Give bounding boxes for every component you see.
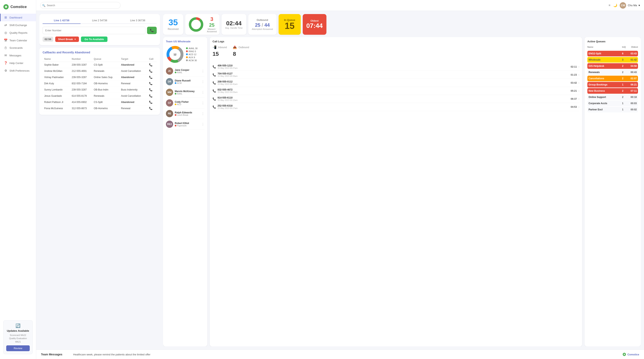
sidebar-item-shift-exchange[interactable]: ⇄ Shift Exchange (0, 21, 36, 29)
call-icon[interactable]: 📞 (149, 94, 152, 97)
main-content: 🔍 ☀ 🌙 CM Chu Ma ▾ Line 1 42738 Line 2 54… (36, 0, 644, 359)
cell-call[interactable]: 📞 (148, 87, 157, 93)
table-row: Fiona McGuiness 312-555-8673 OB-HomeIns … (42, 105, 157, 112)
cell-call[interactable]: 📞 (148, 99, 157, 105)
cell-number: 312-555-8673 (70, 105, 92, 112)
log-detail-button[interactable]: › (578, 89, 579, 92)
list-item[interactable]: GIS-Helpdesk 2 04:58 (587, 63, 638, 69)
tab-line3[interactable]: Line 3 36738 (119, 17, 157, 24)
agent-more-button[interactable]: ⋮ (201, 80, 204, 84)
list-item[interactable]: ENG2-Split 6 03:43 (587, 51, 638, 56)
sidebar: Comstice ⊞ Dashboard ⇄ Shift Exchange ◎ … (0, 0, 36, 359)
queue-name: Corporate Accts (588, 102, 619, 105)
list-item[interactable]: Wholesale 3 01:42 (587, 57, 638, 63)
cell-call[interactable]: 📞 (148, 74, 157, 80)
logo: Comstice (0, 2, 36, 14)
log-detail-button[interactable]: › (578, 73, 579, 76)
list-item[interactable]: Partner Escl 1 00:02 (587, 107, 638, 112)
agent-more-button[interactable]: ⋮ (201, 122, 204, 126)
sidebar-item-help-center[interactable]: ❓ Help Center (0, 59, 36, 67)
received-number: 35 (168, 18, 178, 27)
cell-call[interactable]: 📞 (148, 80, 157, 87)
call-icon[interactable]: 📞 (149, 63, 152, 66)
sidebar-item-team-calendar[interactable]: 📅 Team Calendar (0, 36, 36, 44)
list-item[interactable]: Cancellations 2 02:07 (587, 76, 638, 81)
sidebar-item-dashboard[interactable]: ⊞ Dashboard (0, 14, 36, 21)
legend-label: ACW 30 (188, 59, 197, 62)
dial-input[interactable] (42, 27, 146, 34)
list-item[interactable]: Online Support 2 00:18 (587, 94, 638, 100)
logo-text: Comstice (10, 5, 27, 9)
agent-status: AVAIL (175, 71, 200, 74)
sidebar-item-label: Messages (10, 54, 21, 57)
status-dot (175, 82, 176, 84)
sidebar-item-shift-preferences[interactable]: ⚙ Shift Preferences (0, 67, 36, 74)
log-detail-button[interactable]: › (578, 65, 579, 68)
queues-header: Name InQ Oldest (587, 45, 638, 50)
queue-col-oldest: Oldest (628, 46, 638, 48)
short-break-button[interactable]: Short Break ▼ (55, 36, 79, 42)
queue-name: Online Support (588, 96, 619, 98)
list-item[interactable]: Renewals 2 00:43 (587, 69, 638, 75)
missed-number: 3 (210, 16, 213, 22)
agent-more-button[interactable]: ⋮ (201, 90, 204, 94)
legend-dot (186, 56, 188, 58)
tab-line2[interactable]: Line 2 54738 (80, 17, 118, 24)
sidebar-item-quality-reports[interactable]: ◎ Quality Reports (0, 29, 36, 36)
log-number: 208-555-0112 (218, 80, 569, 83)
call-icon[interactable]: 📞 (149, 76, 152, 79)
queue-inq: 2 (619, 77, 627, 80)
tab-line1[interactable]: Line 1 42738 (42, 17, 80, 24)
cell-call[interactable]: 📞 (148, 93, 157, 99)
call-icon[interactable]: 📞 (149, 107, 152, 110)
list-item[interactable]: Corporate Accts 1 00:03 (587, 100, 638, 106)
queue-col-name: Name (587, 46, 620, 48)
agent-more-button[interactable]: ⋮ (201, 101, 204, 105)
agent-avatar: RE2 (166, 121, 173, 128)
cell-name: Sunny Lombardo (42, 87, 70, 93)
agent-more-button[interactable]: ⋮ (201, 112, 204, 116)
cell-call[interactable]: 📞 (148, 62, 157, 68)
call-icon[interactable]: 📞 (149, 88, 152, 91)
legend-item: AUX 8 (186, 56, 198, 59)
call-button[interactable]: 📞 (147, 27, 157, 34)
cell-number: 832-555-7184 (70, 80, 92, 87)
log-detail-button[interactable]: › (578, 97, 579, 100)
log-detail-button[interactable]: › (578, 81, 579, 84)
cell-call[interactable]: 📞 (148, 68, 157, 74)
list-item: 📞 208-555-0112 15 May 2023 08:41am 03:42… (212, 79, 579, 87)
content-area: Line 1 42738 Line 2 54738 Line 3 36738 📞… (36, 11, 644, 350)
queue-inq: 2 (619, 96, 627, 98)
dark-mode-icon[interactable]: 🌙 (613, 3, 617, 7)
agent-status: ACD (175, 103, 200, 106)
status-dot (175, 114, 176, 116)
team-panel: Team US Wholesale (163, 37, 207, 346)
call-icon[interactable]: 📞 (149, 100, 152, 104)
agent-more-button[interactable]: ⋮ (201, 69, 204, 73)
sidebar-item-scorecards[interactable]: 🗒 Scorecards (0, 44, 36, 51)
cell-call[interactable]: 📞 (148, 105, 157, 112)
log-detail-button[interactable]: › (578, 105, 579, 108)
svg-point-14 (624, 354, 625, 355)
updates-title: Updates Available (6, 329, 30, 332)
call-icon[interactable]: 📞 (149, 69, 152, 73)
cell-number: 614-555-8179 (70, 93, 92, 99)
list-item[interactable]: New Business 2 07:11 (587, 88, 638, 94)
user-avatar-wrap[interactable]: CM Chu Ma ▾ (620, 2, 640, 9)
team-donut-section: 12 AVAIL 30RING 5ACD 12AUX 8ACW 30 (166, 45, 204, 63)
call-icon[interactable]: 📞 (149, 82, 152, 85)
active-queues-panel: Active Queues Name InQ Oldest ENG2-Split… (584, 37, 641, 346)
queue-inq: 1 (619, 83, 627, 86)
sidebar-item-messages[interactable]: ✉ Messages (0, 51, 36, 59)
log-number: 252-555-6318 (218, 104, 569, 107)
review-button[interactable]: Review (6, 345, 30, 351)
agent-name: Diane Russell (175, 79, 200, 82)
light-mode-icon[interactable]: ☀ (608, 3, 611, 7)
go-available-button[interactable]: Go To Available (81, 36, 108, 42)
inbound-count: 15 (212, 51, 227, 57)
cell-name: Fiona McGuiness (42, 105, 70, 112)
list-item[interactable]: Group Bookings 1 06:21 (587, 82, 638, 87)
queue-inq: 6 (619, 52, 627, 55)
sidebar-item-label: Dashboard (10, 16, 22, 19)
search-input[interactable] (40, 2, 120, 9)
